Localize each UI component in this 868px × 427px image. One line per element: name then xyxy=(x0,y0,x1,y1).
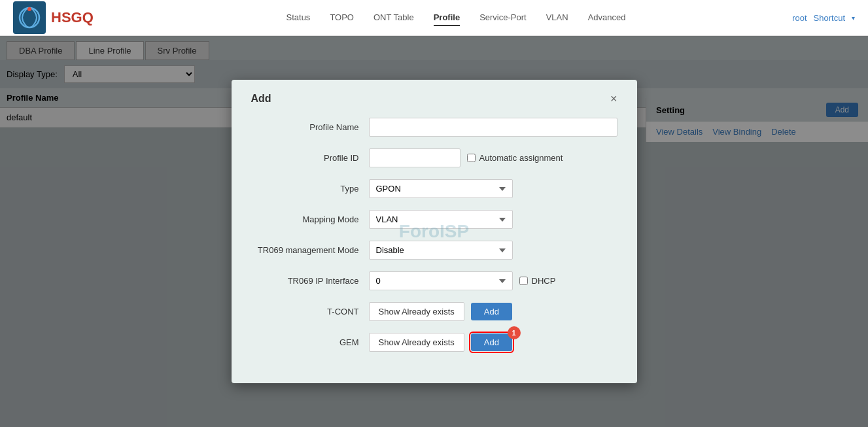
mapping-mode-row: Mapping Mode VLAN xyxy=(251,210,617,229)
mapping-mode-select[interactable]: VLAN xyxy=(369,210,513,229)
nav-vlan[interactable]: VLAN xyxy=(546,10,568,26)
nav-shortcut[interactable]: Shortcut xyxy=(814,13,845,23)
gem-add-button[interactable]: Add xyxy=(471,333,512,351)
logo-icon xyxy=(13,1,46,34)
profile-name-label: Profile Name xyxy=(251,122,369,132)
gem-badge: 1 xyxy=(508,326,521,339)
nav-links: Status TOPO ONT Table Profile Service-Po… xyxy=(120,10,792,26)
shortcut-dropdown-icon[interactable]: ▾ xyxy=(852,14,855,22)
modal-header: Add × xyxy=(251,93,617,105)
profile-id-row: Profile ID Automatic assignment xyxy=(251,148,617,167)
gem-label: GEM xyxy=(251,337,369,347)
modal-close-button[interactable]: × xyxy=(610,93,617,105)
tcont-row: T-CONT Show Already exists Add xyxy=(251,302,617,321)
add-modal: Add × Profile Name Profile ID Automatic … xyxy=(232,80,637,383)
svg-rect-0 xyxy=(13,1,46,34)
gem-row: GEM Show Already exists Add 1 xyxy=(251,333,617,352)
profile-id-label: Profile ID xyxy=(251,153,369,163)
nav-status[interactable]: Status xyxy=(286,10,311,26)
mapping-mode-label: Mapping Mode xyxy=(251,214,369,224)
nav-service-port[interactable]: Service-Port xyxy=(479,10,527,26)
tr069-ip-select[interactable]: 0 xyxy=(369,271,513,290)
svg-point-2 xyxy=(27,7,31,11)
tcont-label: T-CONT xyxy=(251,307,369,316)
tcont-button-area: Show Already exists Add xyxy=(369,302,617,321)
dhcp-checkbox[interactable] xyxy=(519,277,528,285)
gem-button-area: Show Already exists Add xyxy=(369,333,617,352)
nav-topo[interactable]: TOPO xyxy=(330,10,354,26)
nav-advanced[interactable]: Advanced xyxy=(588,10,626,26)
type-select[interactable]: GPON xyxy=(369,179,513,198)
tr069-mgmt-label: TR069 management Mode xyxy=(251,245,369,255)
profile-id-input[interactable] xyxy=(369,148,460,167)
dhcp-label: DHCP xyxy=(532,276,556,286)
main-content: DBA Profile Line Profile Srv Profile Dis… xyxy=(0,36,868,427)
automatic-assignment-checkbox[interactable] xyxy=(467,154,476,162)
automatic-assignment-area: Automatic assignment xyxy=(467,153,563,163)
tr069-ip-label: TR069 IP Interface xyxy=(251,276,369,286)
tr069-mgmt-row: TR069 management Mode Disable xyxy=(251,241,617,260)
gem-show-already-button[interactable]: Show Already exists xyxy=(369,333,464,352)
nav-right: root Shortcut ▾ xyxy=(792,13,855,23)
dhcp-area: DHCP xyxy=(519,276,556,286)
profile-name-row: Profile Name xyxy=(251,118,617,137)
nav-ont-table[interactable]: ONT Table xyxy=(373,10,414,26)
modal-title: Add xyxy=(251,93,271,105)
tcont-add-button[interactable]: Add xyxy=(471,303,512,320)
tr069-ip-row: TR069 IP Interface 0 DHCP xyxy=(251,271,617,290)
logo-text: HSGQ xyxy=(51,9,94,26)
tr069-mgmt-select[interactable]: Disable xyxy=(369,241,513,260)
nav-profile[interactable]: Profile xyxy=(434,10,460,26)
type-label: Type xyxy=(251,184,369,194)
logo-area: HSGQ xyxy=(13,1,94,34)
automatic-assignment-label: Automatic assignment xyxy=(479,153,563,163)
tcont-show-already-button[interactable]: Show Already exists xyxy=(369,302,464,321)
profile-name-input[interactable] xyxy=(369,118,617,137)
type-row: Type GPON xyxy=(251,179,617,198)
top-navigation: HSGQ Status TOPO ONT Table Profile Servi… xyxy=(0,0,868,36)
nav-user: root xyxy=(792,13,807,23)
